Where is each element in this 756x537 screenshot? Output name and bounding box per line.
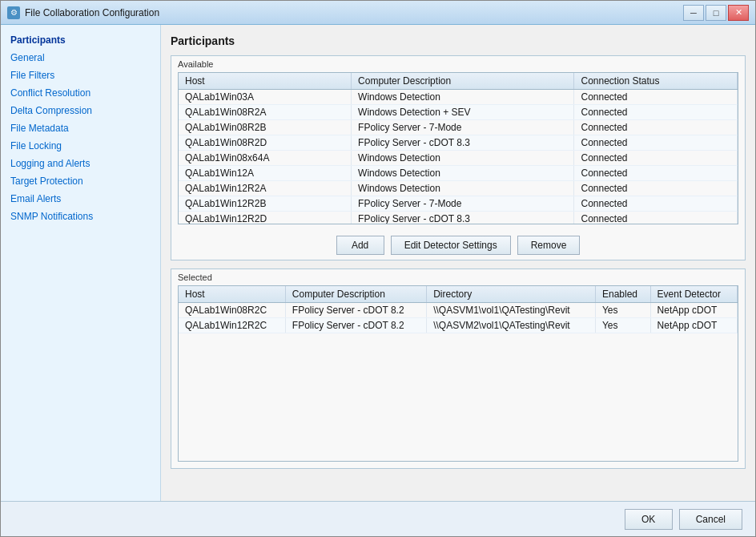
available-table-row[interactable]: QALab1Win12R2D FPolicy Server - cDOT 8.3…	[179, 212, 738, 225]
available-row-status: Connected	[574, 181, 738, 196]
available-row-host: QALab1Win12R2D	[179, 212, 352, 225]
available-table-row[interactable]: QALab1Win08x64A Windows Detection Connec…	[179, 151, 738, 166]
available-row-description: Windows Detection	[352, 181, 574, 196]
available-row-description: Windows Detection	[352, 166, 574, 181]
selected-row-host: QALab1Win08R2C	[179, 303, 285, 318]
sidebar-item-conflict-resolution[interactable]: Conflict Resolution	[1, 84, 160, 102]
sidebar-item-logging-alerts[interactable]: Logging and Alerts	[1, 155, 160, 172]
available-row-status: Connected	[574, 90, 738, 105]
selected-row-directory: \\QASVM1\vol1\QATesting\Revit	[427, 303, 596, 318]
cancel-button[interactable]: Cancel	[679, 509, 742, 530]
available-row-host: QALab1Win08x64A	[179, 151, 352, 166]
close-button[interactable]: ✕	[728, 5, 749, 21]
selected-table: Host Computer Description Directory Enab…	[179, 286, 738, 333]
available-label: Available	[171, 56, 745, 72]
sidebar: Participants General File Filters Confli…	[1, 25, 161, 501]
selected-col-enabled: Enabled	[595, 286, 650, 303]
add-button[interactable]: Add	[336, 236, 384, 255]
available-panel: Available Host Computer Description Conn…	[171, 55, 746, 260]
footer: OK Cancel	[1, 501, 755, 536]
edit-detector-button[interactable]: Edit Detector Settings	[391, 236, 511, 255]
title-bar-left: ⚙ File Collaboration Configuration	[7, 6, 159, 19]
selected-row-detector: NetApp cDOT	[650, 318, 737, 333]
sidebar-item-general[interactable]: General	[1, 49, 160, 67]
available-row-description: FPolicy Server - 7-Mode	[352, 120, 574, 135]
available-row-status: Connected	[574, 151, 738, 166]
available-row-status: Connected	[574, 196, 738, 212]
available-row-status: Connected	[574, 135, 738, 151]
sidebar-item-file-locking[interactable]: File Locking	[1, 137, 160, 155]
available-row-description: Windows Detection	[352, 90, 574, 105]
available-table-wrapper[interactable]: Host Computer Description Connection Sta…	[178, 72, 738, 224]
available-table-row[interactable]: QALab1Win12A Windows Detection Connected	[179, 166, 738, 181]
available-row-host: QALab1Win12R2A	[179, 181, 352, 196]
sidebar-item-file-filters[interactable]: File Filters	[1, 67, 160, 84]
available-row-host: QALab1Win08R2A	[179, 105, 352, 120]
ok-button[interactable]: OK	[625, 509, 673, 530]
selected-table-row[interactable]: QALab1Win12R2C FPolicy Server - cDOT 8.2…	[179, 318, 738, 333]
available-table-row[interactable]: QALab1Win03A Windows Detection Connected	[179, 90, 738, 105]
remove-button[interactable]: Remove	[517, 236, 581, 255]
maximize-button[interactable]: □	[706, 5, 726, 21]
selected-col-host: Host	[179, 286, 285, 303]
available-row-status: Connected	[574, 105, 738, 120]
selected-row-detector: NetApp cDOT	[650, 303, 737, 318]
available-table-row[interactable]: QALab1Win12R2A Windows Detection Connect…	[179, 181, 738, 196]
main-content: Participants Available Host Computer Des…	[161, 25, 755, 501]
selected-panel: Selected Host Computer Description Direc…	[171, 268, 746, 469]
available-buttons-row: Add Edit Detector Settings Remove	[171, 231, 745, 260]
selected-col-detector: Event Detector	[650, 286, 737, 303]
selected-col-directory: Directory	[427, 286, 596, 303]
window-title: File Collaboration Configuration	[25, 7, 159, 18]
selected-label: Selected	[171, 269, 745, 285]
available-table-row[interactable]: QALab1Win08R2B FPolicy Server - 7-Mode C…	[179, 120, 738, 135]
sidebar-item-target-protection[interactable]: Target Protection	[1, 172, 160, 190]
available-row-host: QALab1Win12A	[179, 166, 352, 181]
available-row-description: FPolicy Server - 7-Mode	[352, 196, 574, 212]
available-col-host: Host	[179, 73, 352, 90]
selected-row-description: FPolicy Server - cDOT 8.2	[285, 318, 426, 333]
available-row-status: Connected	[574, 212, 738, 225]
selected-row-enabled: Yes	[595, 303, 650, 318]
main-window: ⚙ File Collaboration Configuration ─ □ ✕…	[0, 0, 756, 537]
available-row-status: Connected	[574, 120, 738, 135]
title-controls: ─ □ ✕	[683, 5, 749, 21]
available-row-host: QALab1Win08R2B	[179, 120, 352, 135]
selected-col-description: Computer Description	[285, 286, 426, 303]
available-col-description: Computer Description	[352, 73, 574, 90]
selected-row-enabled: Yes	[595, 318, 650, 333]
available-row-description: Windows Detection	[352, 151, 574, 166]
available-row-description: Windows Detection + SEV	[352, 105, 574, 120]
selected-row-directory: \\QASVM2\vol1\QATesting\Revit	[427, 318, 596, 333]
sidebar-item-delta-compression[interactable]: Delta Compression	[1, 102, 160, 119]
minimize-button[interactable]: ─	[683, 5, 704, 21]
selected-row-description: FPolicy Server - cDOT 8.2	[285, 303, 426, 318]
available-row-host: QALab1Win08R2D	[179, 135, 352, 151]
available-table: Host Computer Description Connection Sta…	[179, 73, 738, 224]
available-table-row[interactable]: QALab1Win08R2A Windows Detection + SEV C…	[179, 105, 738, 120]
app-icon: ⚙	[7, 6, 20, 19]
selected-table-row[interactable]: QALab1Win08R2C FPolicy Server - cDOT 8.2…	[179, 303, 738, 318]
available-col-status: Connection Status	[574, 73, 738, 90]
selected-row-host: QALab1Win12R2C	[179, 318, 285, 333]
available-row-description: FPolicy Server - cDOT 8.3	[352, 212, 574, 225]
available-row-host: QALab1Win12R2B	[179, 196, 352, 212]
selected-table-wrapper[interactable]: Host Computer Description Directory Enab…	[178, 285, 738, 462]
sidebar-item-snmp-notifications[interactable]: SNMP Notifications	[1, 208, 160, 225]
available-table-row[interactable]: QALab1Win08R2D FPolicy Server - cDOT 8.3…	[179, 135, 738, 151]
sidebar-item-email-alerts[interactable]: Email Alerts	[1, 190, 160, 208]
available-row-status: Connected	[574, 166, 738, 181]
sidebar-item-participants[interactable]: Participants	[1, 31, 160, 49]
sidebar-item-file-metadata[interactable]: File Metadata	[1, 119, 160, 137]
available-table-row[interactable]: QALab1Win12R2B FPolicy Server - 7-Mode C…	[179, 196, 738, 212]
window-body: Participants General File Filters Confli…	[1, 25, 755, 501]
page-title: Participants	[171, 34, 746, 47]
available-row-description: FPolicy Server - cDOT 8.3	[352, 135, 574, 151]
title-bar: ⚙ File Collaboration Configuration ─ □ ✕	[1, 1, 755, 25]
available-row-host: QALab1Win03A	[179, 90, 352, 105]
